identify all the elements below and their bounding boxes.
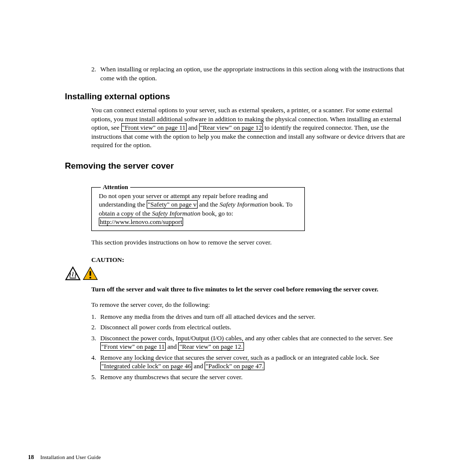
svg-rect-3 [90,271,91,275]
link-lenovo-support[interactable]: http://www.lenovo.com/support [99,218,183,226]
steps-intro: To remove the server cover, do the follo… [91,300,409,309]
link-integrated-cable-lock[interactable]: "Integrated cable lock" on page 46 [100,362,192,370]
list-text: Disconnect the power cords, Input/Output… [100,334,409,351]
list-number: 5. [91,373,100,382]
page-footer: 18 Installation and User Guide [28,453,101,461]
list-item: 3. Disconnect the power cords, Input/Out… [91,334,409,351]
link-front-view[interactable]: "Front view" on page 11 [121,123,187,132]
caution-icons [65,266,409,283]
page-content: 2. When installing or replacing an optio… [0,0,476,381]
link-safety[interactable]: "Safety" on page v [147,200,198,209]
list-text: Disconnect all power cords from electric… [100,323,231,332]
warning-icon [82,266,98,280]
heading-installing-external-options: Installing external options [65,91,409,103]
svg-rect-4 [90,277,91,278]
list-text: Remove any locking device that secures t… [100,353,409,371]
page-number: 18 [28,454,34,461]
link-rear-view[interactable]: "Rear view" on page 12 [199,123,263,132]
hot-surface-icon [65,266,81,280]
list-text: Remove any thumbscrews that secure the s… [100,373,242,382]
caution-label: CAUTION: [91,255,409,264]
list-text: Remove any media from the drives and tur… [100,312,315,321]
list-item: 2. When installing or replacing an optio… [91,65,409,82]
link-padlock[interactable]: "Padlock" on page 47. [205,362,264,370]
list-number: 2. [91,323,100,332]
list-number: 2. [91,65,100,82]
list-number: 4. [91,353,100,371]
list-item: 2. Disconnect all power cords from elect… [91,323,409,332]
list-item: 1. Remove any media from the drives and … [91,312,409,321]
caution-text: Turn off the server and wait three to fi… [91,285,409,294]
list-item: 5. Remove any thumbscrews that secure th… [91,373,409,382]
link-front-view[interactable]: "Front view" on page 11 [100,342,166,351]
link-rear-view[interactable]: "Rear view" on page 12. [178,342,243,351]
list-text: When installing or replacing an option, … [100,65,409,82]
paragraph: This section provides instructions on ho… [91,238,409,247]
list-item: 4. Remove any locking device that secure… [91,353,409,371]
attention-text: Do not open your server or attempt any r… [99,192,298,218]
list-number: 1. [91,312,100,321]
footer-title: Installation and User Guide [40,454,101,460]
steps-list: 1. Remove any media from the drives and … [65,312,409,382]
list-number: 3. [91,334,100,351]
heading-removing-server-cover: Removing the server cover [65,161,409,172]
attention-box: Attention Do not open your server or att… [91,187,305,231]
attention-label: Attention [101,183,130,192]
paragraph: You can connect external options to your… [91,106,409,150]
